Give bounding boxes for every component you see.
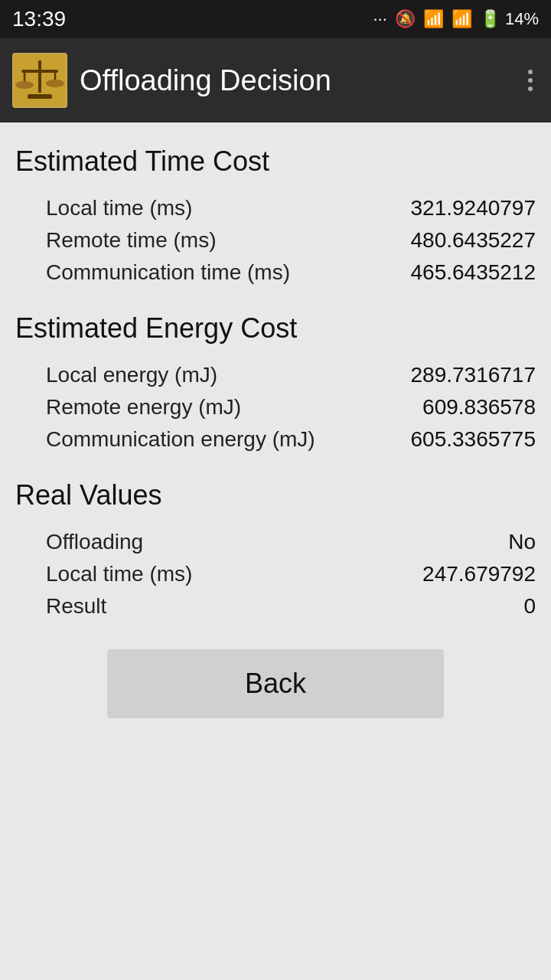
real-local-time-value: 247.679792 [422, 562, 536, 586]
local-energy-label: Local energy (mJ) [46, 363, 217, 387]
real-values-title: Real Values [15, 479, 536, 511]
comm-energy-value: 605.3365775 [410, 427, 536, 452]
more-options-button[interactable] [522, 64, 539, 97]
table-row: Local energy (mJ) 289.7316717 [46, 363, 536, 387]
local-time-label: Local time (ms) [46, 196, 192, 220]
more-dot-3 [528, 87, 533, 91]
energy-cost-title: Estimated Energy Cost [15, 312, 536, 345]
back-button[interactable]: Back [107, 649, 444, 718]
cellular-icon: 📶 [452, 9, 472, 29]
result-value: 0 [523, 594, 536, 619]
table-row: Remote energy (mJ) 609.836578 [46, 395, 536, 420]
status-icons: ··· 🔕 📶 📶 🔋 14% [373, 9, 539, 29]
app-bar: Offloading Decision [0, 38, 551, 122]
main-content: Estimated Time Cost Local time (ms) 321.… [0, 122, 551, 772]
local-energy-value: 289.7316717 [410, 363, 536, 387]
svg-rect-1 [38, 60, 41, 93]
table-row: Remote time (ms) 480.6435227 [46, 228, 536, 253]
notification-icon: 🔕 [395, 9, 416, 29]
table-row: Local time (ms) 247.679792 [46, 562, 536, 586]
real-values-section: Real Values Offloading No Local time (ms… [15, 479, 536, 619]
svg-point-7 [46, 80, 64, 87]
remote-energy-label: Remote energy (mJ) [46, 395, 241, 420]
signal-dots-icon: ··· [373, 9, 386, 29]
wifi-icon: 📶 [423, 9, 444, 29]
remote-energy-value: 609.836578 [422, 395, 536, 420]
comm-energy-label: Communication energy (mJ) [46, 427, 315, 452]
app-icon [12, 53, 67, 108]
offloading-value: No [508, 530, 536, 554]
table-row: Communication energy (mJ) 605.3365775 [46, 427, 536, 452]
energy-cost-rows: Local energy (mJ) 289.7316717 Remote ene… [15, 363, 536, 452]
time-cost-rows: Local time (ms) 321.9240797 Remote time … [15, 196, 536, 285]
table-row: Result 0 [46, 594, 536, 619]
local-time-value: 321.9240797 [410, 196, 536, 220]
remote-time-label: Remote time (ms) [46, 228, 216, 253]
app-title: Offloading Decision [80, 64, 331, 97]
table-row: Communication time (ms) 465.6435212 [46, 260, 536, 285]
time-cost-section: Estimated Time Cost Local time (ms) 321.… [15, 145, 536, 285]
battery-icon: 🔋 14% [480, 9, 539, 29]
offloading-label: Offloading [46, 530, 143, 554]
app-bar-left: Offloading Decision [12, 53, 331, 108]
more-dot-2 [528, 78, 533, 83]
energy-cost-section: Estimated Energy Cost Local energy (mJ) … [15, 312, 536, 452]
real-local-time-label: Local time (ms) [46, 562, 192, 586]
svg-point-6 [15, 81, 34, 89]
svg-rect-3 [21, 70, 58, 73]
status-bar: 13:39 ··· 🔕 📶 📶 🔋 14% [0, 0, 551, 38]
time-cost-title: Estimated Time Cost [15, 145, 536, 178]
back-button-container: Back [15, 649, 536, 718]
time-display: 13:39 [12, 7, 66, 31]
comm-time-label: Communication time (ms) [46, 260, 290, 285]
table-row: Offloading No [46, 530, 536, 554]
remote-time-value: 480.6435227 [410, 228, 536, 253]
more-dot-1 [528, 70, 533, 74]
comm-time-value: 465.6435212 [410, 260, 536, 285]
real-values-rows: Offloading No Local time (ms) 247.679792… [15, 530, 536, 619]
table-row: Local time (ms) 321.9240797 [46, 196, 536, 220]
result-label: Result [46, 594, 106, 619]
svg-rect-2 [28, 94, 52, 99]
